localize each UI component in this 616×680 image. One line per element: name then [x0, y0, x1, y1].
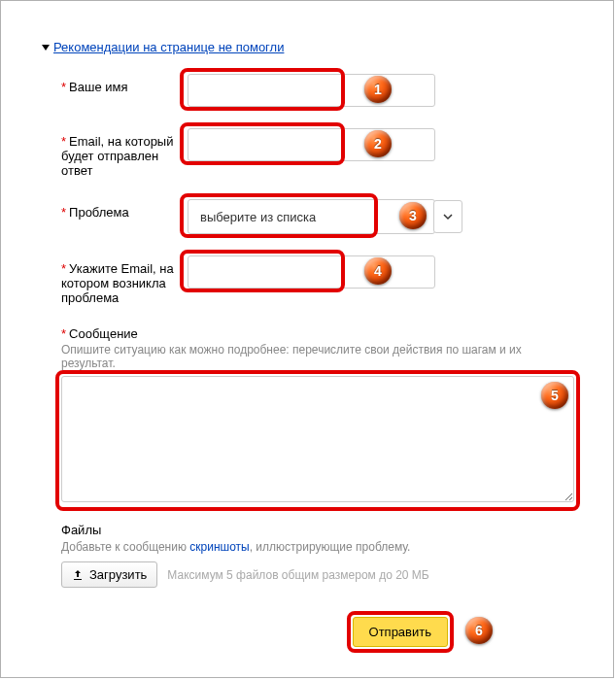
row-message: *Сообщение Опишите ситуацию как можно по…	[61, 326, 574, 505]
annotation-badge-6: 6	[465, 617, 493, 644]
problem-select[interactable]: выберите из списка	[188, 199, 435, 234]
name-input[interactable]	[188, 74, 435, 107]
problem-email-input[interactable]	[188, 255, 435, 289]
row-files: Файлы Добавьте к сообщению скриншоты, ил…	[61, 523, 574, 588]
upload-hint: Максимум 5 файлов общим размером до 20 М…	[167, 568, 428, 582]
required-mark: *	[61, 205, 66, 220]
label-message: Сообщение	[69, 326, 138, 341]
problem-select-value: выберите из списка	[200, 210, 316, 224]
triangle-down-icon	[42, 45, 50, 51]
row-problem-email: *Укажите Email, на котором возникла проб…	[61, 255, 574, 305]
page-frame: Рекомендации на странице не помогли *Ваш…	[0, 0, 614, 678]
submit-button[interactable]: Отправить	[353, 617, 448, 647]
header-link[interactable]: Рекомендации на странице не помогли	[53, 40, 284, 54]
files-title: Файлы	[61, 523, 574, 537]
required-mark: *	[61, 80, 66, 94]
required-mark: *	[61, 326, 66, 341]
header-toggle[interactable]: Рекомендации на странице не помогли	[42, 40, 613, 54]
email-input[interactable]	[188, 128, 435, 161]
required-mark: *	[61, 261, 66, 276]
label-email: *Email, на который будет отправлен ответ	[61, 128, 188, 178]
form: *Ваше имя 1 *Email, на который будет отп…	[61, 74, 574, 647]
upload-icon	[72, 569, 84, 581]
row-email: *Email, на который будет отправлен ответ…	[61, 128, 574, 178]
required-mark: *	[61, 134, 66, 149]
label-problem: *Проблема	[61, 199, 188, 220]
label-name: *Ваше имя	[61, 74, 188, 94]
row-name: *Ваше имя 1	[61, 74, 574, 107]
submit-row: Отправить 6	[61, 617, 574, 647]
message-textarea[interactable]	[61, 376, 574, 502]
chevron-down-icon[interactable]	[433, 200, 462, 233]
screenshots-link[interactable]: скриншоты	[189, 540, 249, 554]
upload-button[interactable]: Загрузить	[61, 561, 157, 588]
label-problem-email: *Укажите Email, на котором возникла проб…	[61, 255, 188, 305]
message-help: Опишите ситуацию как можно подробнее: пе…	[61, 343, 574, 370]
files-help: Добавьте к сообщению скриншоты, иллюстри…	[61, 540, 574, 554]
upload-button-label: Загрузить	[89, 567, 147, 582]
row-problem: *Проблема выберите из списка 3	[61, 199, 574, 234]
